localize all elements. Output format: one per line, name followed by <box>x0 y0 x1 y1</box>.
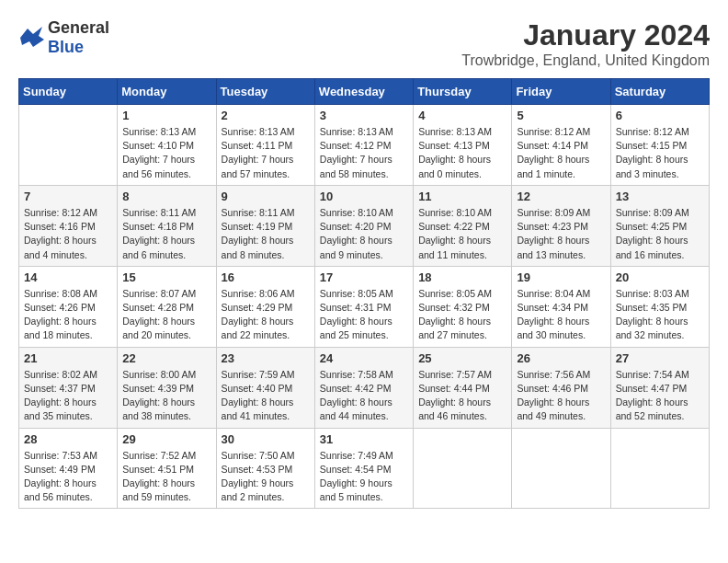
sunrise-time: Sunrise: 8:05 AM <box>320 288 393 299</box>
daylight-hours: Daylight: 8 hours and 44 minutes. <box>320 396 392 421</box>
daylight-hours: Daylight: 8 hours and 52 minutes. <box>616 396 688 421</box>
daylight-hours: Daylight: 8 hours and 41 minutes. <box>222 396 294 421</box>
day-number: 7 <box>24 190 112 203</box>
sunset-time: Sunset: 4:18 PM <box>122 221 194 232</box>
sunset-time: Sunset: 4:15 PM <box>616 140 688 151</box>
day-number: 4 <box>418 109 506 122</box>
month-year-title: January 2024 <box>461 18 710 52</box>
day-info: Sunrise: 7:49 AM Sunset: 4:54 PM Dayligh… <box>320 449 408 505</box>
daylight-hours: Daylight: 8 hours and 35 minutes. <box>24 396 97 421</box>
calendar-cell: 12 Sunrise: 8:09 AM Sunset: 4:23 PM Dayl… <box>512 185 610 266</box>
day-number: 23 <box>222 351 310 365</box>
sunset-time: Sunset: 4:54 PM <box>320 464 392 475</box>
day-info: Sunrise: 8:13 AM Sunset: 4:11 PM Dayligh… <box>222 125 310 181</box>
day-info: Sunrise: 8:06 AM Sunset: 4:29 PM Dayligh… <box>222 287 310 343</box>
calendar-cell: 10 Sunrise: 8:10 AM Sunset: 4:20 PM Dayl… <box>314 185 413 266</box>
sunset-time: Sunset: 4:10 PM <box>122 140 194 151</box>
sunrise-time: Sunrise: 7:54 AM <box>616 369 689 380</box>
header-saturday: Saturday <box>610 79 709 105</box>
sunset-time: Sunset: 4:19 PM <box>222 221 293 232</box>
calendar-cell <box>610 428 709 509</box>
sunrise-time: Sunrise: 8:09 AM <box>616 207 689 218</box>
calendar-cell: 15 Sunrise: 8:07 AM Sunset: 4:28 PM Dayl… <box>118 266 216 347</box>
sunset-time: Sunset: 4:42 PM <box>320 383 392 394</box>
calendar-week-row: 28 Sunrise: 7:53 AM Sunset: 4:49 PM Dayl… <box>19 428 710 509</box>
logo-general: General <box>48 18 109 37</box>
calendar-cell: 24 Sunrise: 7:58 AM Sunset: 4:42 PM Dayl… <box>314 347 413 428</box>
sunset-time: Sunset: 4:22 PM <box>418 221 490 232</box>
daylight-hours: Daylight: 8 hours and 32 minutes. <box>616 316 688 340</box>
day-info: Sunrise: 8:13 AM Sunset: 4:10 PM Dayligh… <box>122 125 210 181</box>
day-info: Sunrise: 8:13 AM Sunset: 4:13 PM Dayligh… <box>418 125 506 181</box>
calendar-cell <box>19 105 118 186</box>
calendar-cell: 7 Sunrise: 8:12 AM Sunset: 4:16 PM Dayli… <box>19 185 118 266</box>
daylight-hours: Daylight: 8 hours and 46 minutes. <box>418 396 491 421</box>
daylight-hours: Daylight: 8 hours and 22 minutes. <box>222 316 294 340</box>
day-info: Sunrise: 8:05 AM Sunset: 4:32 PM Dayligh… <box>418 287 506 343</box>
calendar-cell <box>414 428 512 509</box>
day-info: Sunrise: 8:12 AM Sunset: 4:14 PM Dayligh… <box>517 125 605 181</box>
daylight-hours: Daylight: 8 hours and 1 minute. <box>517 154 589 178</box>
daylight-hours: Daylight: 8 hours and 59 minutes. <box>122 477 195 502</box>
daylight-hours: Daylight: 8 hours and 49 minutes. <box>517 396 589 421</box>
daylight-hours: Daylight: 8 hours and 20 minutes. <box>122 316 195 340</box>
calendar-cell: 28 Sunrise: 7:53 AM Sunset: 4:49 PM Dayl… <box>19 428 118 509</box>
calendar-cell: 23 Sunrise: 7:59 AM Sunset: 4:40 PM Dayl… <box>216 347 314 428</box>
sunset-time: Sunset: 4:35 PM <box>616 302 688 313</box>
daylight-hours: Daylight: 8 hours and 13 minutes. <box>517 235 589 259</box>
day-info: Sunrise: 8:11 AM Sunset: 4:19 PM Dayligh… <box>222 206 310 262</box>
calendar-week-row: 14 Sunrise: 8:08 AM Sunset: 4:26 PM Dayl… <box>19 266 710 347</box>
calendar-cell: 20 Sunrise: 8:03 AM Sunset: 4:35 PM Dayl… <box>610 266 709 347</box>
calendar-cell: 9 Sunrise: 8:11 AM Sunset: 4:19 PM Dayli… <box>216 185 314 266</box>
day-info: Sunrise: 8:00 AM Sunset: 4:39 PM Dayligh… <box>122 368 210 424</box>
daylight-hours: Daylight: 8 hours and 25 minutes. <box>320 316 392 340</box>
daylight-hours: Daylight: 8 hours and 18 minutes. <box>24 316 97 340</box>
page-header: General Blue January 2024 Trowbridge, En… <box>18 18 710 69</box>
logo: General Blue <box>18 18 109 57</box>
sunset-time: Sunset: 4:31 PM <box>320 302 392 313</box>
day-number: 9 <box>222 190 310 203</box>
day-info: Sunrise: 8:13 AM Sunset: 4:12 PM Dayligh… <box>320 125 408 181</box>
daylight-hours: Daylight: 8 hours and 6 minutes. <box>122 235 195 259</box>
sunset-time: Sunset: 4:13 PM <box>418 140 490 151</box>
calendar-week-row: 7 Sunrise: 8:12 AM Sunset: 4:16 PM Dayli… <box>19 185 710 266</box>
sunrise-time: Sunrise: 8:12 AM <box>517 126 590 137</box>
calendar-cell: 25 Sunrise: 7:57 AM Sunset: 4:44 PM Dayl… <box>414 347 512 428</box>
daylight-hours: Daylight: 8 hours and 4 minutes. <box>24 235 97 259</box>
calendar-cell: 1 Sunrise: 8:13 AM Sunset: 4:10 PM Dayli… <box>118 105 216 186</box>
day-info: Sunrise: 8:04 AM Sunset: 4:34 PM Dayligh… <box>517 287 605 343</box>
sunrise-time: Sunrise: 7:52 AM <box>122 450 196 461</box>
sunrise-time: Sunrise: 8:05 AM <box>418 288 492 299</box>
day-number: 17 <box>320 270 408 284</box>
day-info: Sunrise: 8:07 AM Sunset: 4:28 PM Dayligh… <box>122 287 210 343</box>
calendar-week-row: 21 Sunrise: 8:02 AM Sunset: 4:37 PM Dayl… <box>19 347 710 428</box>
sunrise-time: Sunrise: 8:08 AM <box>24 288 97 299</box>
logo-text: General Blue <box>48 18 109 57</box>
calendar-cell: 26 Sunrise: 7:56 AM Sunset: 4:46 PM Dayl… <box>512 347 610 428</box>
day-number: 31 <box>320 432 408 446</box>
header-friday: Friday <box>512 79 610 105</box>
day-info: Sunrise: 7:52 AM Sunset: 4:51 PM Dayligh… <box>122 449 210 505</box>
sunset-time: Sunset: 4:16 PM <box>24 221 96 232</box>
daylight-hours: Daylight: 8 hours and 11 minutes. <box>418 235 491 259</box>
calendar-cell: 21 Sunrise: 8:02 AM Sunset: 4:37 PM Dayl… <box>19 347 118 428</box>
day-number: 24 <box>320 351 408 365</box>
sunrise-time: Sunrise: 8:10 AM <box>418 207 492 218</box>
sunrise-time: Sunrise: 8:13 AM <box>122 126 196 137</box>
day-info: Sunrise: 8:02 AM Sunset: 4:37 PM Dayligh… <box>24 368 112 424</box>
calendar-cell: 6 Sunrise: 8:12 AM Sunset: 4:15 PM Dayli… <box>610 105 709 186</box>
sunrise-time: Sunrise: 8:13 AM <box>320 126 393 137</box>
sunrise-time: Sunrise: 8:07 AM <box>122 288 196 299</box>
sunset-time: Sunset: 4:29 PM <box>222 302 293 313</box>
sunrise-time: Sunrise: 8:12 AM <box>616 126 689 137</box>
day-info: Sunrise: 8:03 AM Sunset: 4:35 PM Dayligh… <box>616 287 704 343</box>
calendar-cell: 30 Sunrise: 7:50 AM Sunset: 4:53 PM Dayl… <box>216 428 314 509</box>
calendar-cell: 3 Sunrise: 8:13 AM Sunset: 4:12 PM Dayli… <box>314 105 413 186</box>
sunset-time: Sunset: 4:14 PM <box>517 140 588 151</box>
day-number: 16 <box>222 270 310 284</box>
daylight-hours: Daylight: 7 hours and 56 minutes. <box>122 154 195 178</box>
calendar-cell: 19 Sunrise: 8:04 AM Sunset: 4:34 PM Dayl… <box>512 266 610 347</box>
sunset-time: Sunset: 4:25 PM <box>616 221 688 232</box>
sunrise-time: Sunrise: 7:59 AM <box>222 369 295 380</box>
day-number: 5 <box>517 109 605 122</box>
